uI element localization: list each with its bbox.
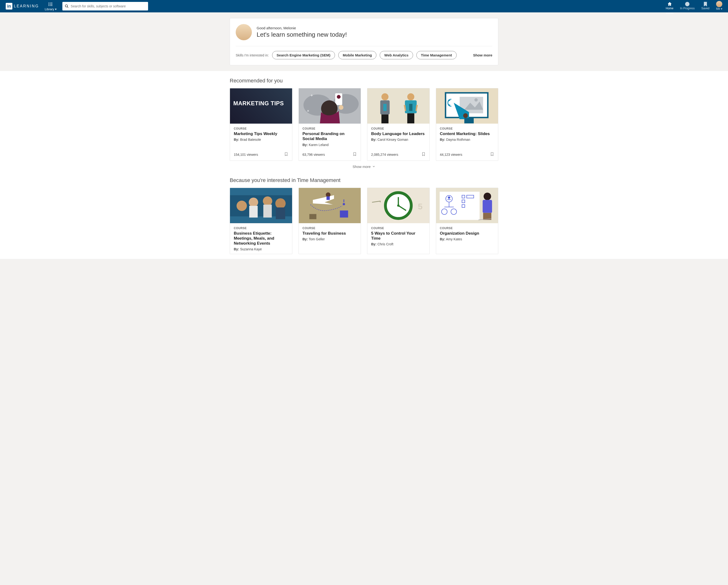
show-more-skills[interactable]: Show more bbox=[473, 53, 492, 57]
svg-rect-19 bbox=[383, 104, 387, 111]
illustration-icon: +× bbox=[299, 88, 361, 124]
search-box[interactable] bbox=[62, 2, 148, 10]
illustration-icon bbox=[230, 188, 292, 223]
svg-text:5: 5 bbox=[418, 202, 422, 211]
linkedin-logo-icon: in bbox=[6, 3, 12, 9]
svg-rect-35 bbox=[249, 206, 258, 217]
bookmark-icon bbox=[353, 152, 357, 157]
skill-pill-sem[interactable]: Search Engine Marketing (SEM) bbox=[272, 51, 335, 59]
bookmark-button[interactable] bbox=[421, 152, 426, 158]
svg-point-43 bbox=[343, 203, 345, 205]
svg-point-38 bbox=[275, 198, 285, 208]
time-mgmt-row: COURSE Business Etiquette: Meetings, Mea… bbox=[230, 188, 498, 254]
course-author: By: Tom Geller bbox=[303, 237, 357, 241]
course-card[interactable]: COURSE Organization Design By: Amy Kates bbox=[436, 188, 498, 254]
main-content: Good afternoon, Melonie Let's learn some… bbox=[0, 12, 728, 269]
svg-point-36 bbox=[263, 196, 272, 206]
course-type: COURSE bbox=[234, 127, 288, 130]
course-card[interactable]: COURSE Traveling for Business By: Tom Ge… bbox=[298, 188, 361, 254]
nav-me-label: Me bbox=[716, 7, 720, 10]
course-viewers: 44,123 viewers bbox=[440, 153, 462, 156]
library-menu[interactable]: Library ▾ bbox=[45, 2, 57, 11]
bookmark-button[interactable] bbox=[490, 152, 494, 158]
course-card[interactable]: +× COURSE Personal Branding on Social Me… bbox=[298, 88, 361, 161]
course-title: Personal Branding on Social Media bbox=[303, 131, 357, 142]
svg-point-53 bbox=[448, 196, 450, 199]
welcome-top: Good afternoon, Melonie Let's learn some… bbox=[236, 24, 492, 46]
caret-down-icon: ▾ bbox=[721, 7, 722, 10]
course-title: Body Language for Leaders bbox=[371, 131, 426, 136]
course-type: COURSE bbox=[440, 127, 494, 130]
course-card[interactable]: MARKETING TIPS COURSE Marketing Tips Wee… bbox=[230, 88, 292, 161]
svg-point-28 bbox=[474, 98, 477, 101]
nav-me[interactable]: Me ▾ bbox=[716, 1, 722, 11]
library-label: Library bbox=[45, 7, 54, 11]
svg-point-49 bbox=[397, 204, 399, 207]
user-avatar[interactable] bbox=[236, 24, 252, 40]
course-author: By: Chris Croft bbox=[371, 242, 426, 246]
course-thumbnail: 5 bbox=[367, 188, 430, 223]
svg-point-34 bbox=[249, 198, 258, 207]
svg-point-0 bbox=[49, 3, 49, 3]
illustration-icon bbox=[436, 188, 498, 223]
svg-point-21 bbox=[407, 93, 414, 101]
svg-rect-44 bbox=[309, 214, 316, 219]
welcome-card: Good afternoon, Melonie Let's learn some… bbox=[230, 18, 498, 65]
course-thumbnail bbox=[367, 88, 430, 124]
course-type: COURSE bbox=[303, 227, 357, 230]
svg-point-4 bbox=[49, 5, 49, 6]
search-icon bbox=[65, 4, 69, 8]
course-thumbnail bbox=[436, 188, 498, 223]
thumb-overlay-text: MARKETING TIPS bbox=[233, 100, 284, 106]
course-thumbnail bbox=[299, 188, 361, 223]
course-thumbnail bbox=[436, 88, 498, 124]
welcome-greeting: Good afternoon, Melonie bbox=[257, 26, 347, 30]
search-input[interactable] bbox=[71, 4, 146, 8]
course-thumbnail: +× bbox=[299, 88, 361, 124]
course-thumbnail bbox=[230, 188, 292, 223]
course-thumbnail: MARKETING TIPS bbox=[230, 88, 292, 124]
course-title: Marketing Tips Weekly bbox=[234, 131, 288, 136]
skills-row: Skills I'm interested in: Search Engine … bbox=[236, 46, 492, 59]
chevron-down-icon bbox=[372, 165, 375, 168]
svg-point-62 bbox=[484, 193, 491, 200]
svg-point-17 bbox=[381, 93, 389, 101]
course-card[interactable]: COURSE Business Etiquette: Meetings, Mea… bbox=[230, 188, 292, 254]
svg-point-29 bbox=[463, 113, 468, 118]
svg-point-33 bbox=[237, 201, 247, 211]
svg-rect-23 bbox=[409, 104, 413, 111]
course-card[interactable]: COURSE Body Language for Leaders By: Car… bbox=[367, 88, 430, 161]
course-viewers: 154,101 viewers bbox=[234, 153, 258, 156]
bookmark-icon bbox=[703, 1, 708, 7]
svg-rect-63 bbox=[483, 200, 492, 213]
logo[interactable]: in LEARNING bbox=[6, 3, 39, 9]
skill-pill-mobile-marketing[interactable]: Mobile Marketing bbox=[338, 51, 376, 59]
svg-point-6 bbox=[65, 5, 68, 7]
course-type: COURSE bbox=[234, 227, 288, 230]
nav-saved-label: Saved bbox=[701, 7, 709, 10]
svg-rect-30 bbox=[464, 118, 473, 123]
svg-rect-20 bbox=[381, 115, 389, 123]
bookmark-button[interactable] bbox=[353, 152, 357, 158]
bookmark-button[interactable] bbox=[284, 152, 288, 158]
course-card[interactable]: 5 COURSE 5 Ways to Control Your Time By:… bbox=[367, 188, 430, 254]
svg-rect-42 bbox=[327, 196, 330, 200]
section-title-time-management: Because you're interested in Time Manage… bbox=[230, 177, 498, 183]
skill-pill-web-analytics[interactable]: Web Analytics bbox=[380, 51, 413, 59]
skill-pill-time-management[interactable]: Time Management bbox=[416, 51, 457, 59]
home-icon bbox=[667, 1, 672, 7]
avatar-icon bbox=[716, 1, 722, 7]
svg-rect-37 bbox=[263, 205, 272, 218]
course-author: By: Karen Leland bbox=[303, 143, 357, 147]
nav-in-progress[interactable]: In Progress bbox=[680, 1, 695, 11]
nav-saved[interactable]: Saved bbox=[701, 1, 709, 11]
svg-point-12 bbox=[337, 95, 340, 99]
course-card[interactable]: COURSE Content Marketing: Slides By: Day… bbox=[436, 88, 498, 161]
show-more-recommended[interactable]: Show more bbox=[230, 161, 498, 171]
course-title: Content Marketing: Slides bbox=[440, 131, 494, 136]
content-area: Recommended for you MARKETING TIPS COURS… bbox=[0, 71, 728, 259]
welcome-headline: Let's learn something new today! bbox=[257, 31, 347, 39]
course-viewers: 63,796 viewers bbox=[303, 153, 325, 156]
nav-home[interactable]: Home bbox=[666, 1, 674, 11]
logo-text: LEARNING bbox=[14, 4, 39, 8]
